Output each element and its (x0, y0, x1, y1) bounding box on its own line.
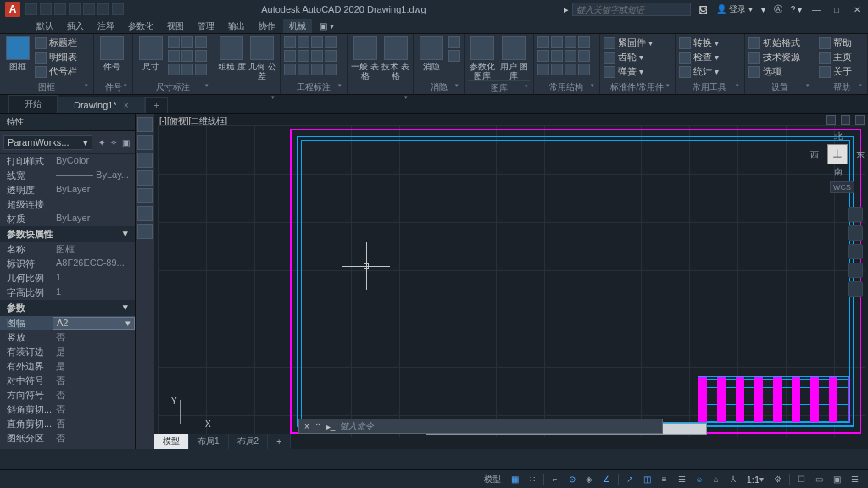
ribbon-tab[interactable]: 协作 (253, 19, 281, 33)
property-value[interactable]: 否 (53, 389, 135, 402)
palette-section[interactable]: 参数块属性▾ (0, 226, 135, 242)
property-value[interactable]: 是 (53, 360, 135, 373)
panel-label[interactable]: 标准件/常用件 (604, 80, 672, 94)
property-row[interactable]: 图纸分区否 (0, 431, 135, 446)
dim-icon[interactable] (195, 36, 207, 48)
steering-wheel-icon[interactable] (848, 207, 863, 222)
dimension-button[interactable]: 尺寸 (136, 36, 165, 80)
hide-button[interactable]: 消隐 (417, 36, 446, 80)
panel-label[interactable]: 图库 (468, 80, 530, 95)
sb-grid-icon[interactable]: ▦ (507, 473, 523, 486)
panel-label[interactable]: 常用工具 (679, 80, 741, 94)
layout-tab-2[interactable]: 布局2 (229, 434, 269, 449)
property-row[interactable]: 斜角剪切...否 (0, 402, 135, 417)
property-row[interactable]: 对中符号否 (0, 374, 135, 388)
sb-ortho-icon[interactable]: ⌐ (548, 473, 563, 486)
close-button[interactable]: ✕ (851, 3, 863, 15)
property-row[interactable]: 有外边界是 (0, 359, 135, 374)
ribbon-tab[interactable]: 管理 (192, 19, 220, 33)
struct-icon[interactable] (537, 36, 549, 48)
side-tool-icon[interactable] (137, 188, 153, 203)
property-row[interactable]: 方向符号否 (0, 388, 135, 402)
app-menu-button[interactable]: A (5, 2, 20, 17)
panel-label[interactable]: 工程标注 (284, 80, 344, 94)
dim-icon[interactable] (168, 64, 180, 75)
titlebar-tool[interactable]: 标题栏 (35, 36, 77, 49)
vp-min-icon[interactable] (826, 115, 836, 125)
dim-icon[interactable] (181, 36, 193, 48)
userlib-button[interactable]: 用户 图库 (499, 36, 528, 80)
property-value[interactable]: ———— ByLay... (53, 169, 135, 182)
sb-tpy-icon[interactable]: ☰ (674, 473, 690, 486)
viewcube-east[interactable]: 东 (856, 149, 865, 161)
sb-model-button[interactable]: 模型 (480, 473, 505, 486)
sb-qp-icon[interactable]: ⍟ (692, 473, 707, 486)
viewcube-north[interactable]: 北 (834, 130, 843, 142)
ribbon-tab[interactable]: 默认 (31, 19, 59, 33)
infocenter-icon[interactable]: ⛾ (699, 5, 708, 14)
zoom-icon[interactable] (848, 244, 863, 259)
dim-icon[interactable] (168, 50, 180, 62)
property-row[interactable]: 几何比例1 (0, 271, 135, 286)
property-value[interactable]: ByLayer (53, 213, 135, 225)
doc-tab-add[interactable]: + (145, 97, 169, 113)
struct-icon[interactable] (565, 64, 576, 75)
stat-tool[interactable]: 统计 ▾ (679, 65, 719, 78)
struct-icon[interactable] (565, 50, 576, 62)
wcs-label[interactable]: WCS (830, 181, 854, 193)
command-line[interactable]: × ⌃ ▸_ 键入命令 (298, 419, 663, 434)
dim-icon[interactable] (181, 64, 193, 75)
layout-tab-add[interactable]: + (268, 435, 291, 448)
chevron-down-icon[interactable]: ▾ (125, 318, 131, 329)
property-row[interactable]: 超级连接 (0, 197, 135, 212)
sb-dyn-icon[interactable]: ◫ (639, 473, 655, 486)
panel-label[interactable]: 帮助 (819, 80, 864, 94)
doc-tab-drawing1[interactable]: Drawing1*× (58, 97, 145, 113)
side-tool-icon[interactable] (137, 224, 153, 239)
struct-icon[interactable] (578, 50, 590, 62)
viewcube-south[interactable]: 南 (834, 166, 843, 178)
gentable-button[interactable]: 一般 表格 (351, 36, 379, 92)
property-row[interactable]: 字高比例1 (0, 286, 135, 300)
viewcube[interactable]: 北 西 东 南 上 (815, 132, 860, 176)
qat-undo-icon[interactable] (97, 3, 109, 15)
panel-label[interactable]: 常用结构 (537, 80, 596, 94)
property-value[interactable] (53, 198, 135, 211)
property-value[interactable]: A8F26ECC-89... (53, 258, 135, 270)
palette-section[interactable]: 参数▾ (0, 300, 135, 316)
sb-snap-icon[interactable]: ∷ (525, 473, 540, 486)
property-value[interactable]: 1 (53, 286, 135, 299)
layout-tab-1[interactable]: 布局1 (189, 434, 229, 449)
annot-icon[interactable] (298, 50, 309, 62)
drawing-canvas[interactable]: [-][俯视][二维线框] X Y 北 西 东 南 上 WCS (154, 114, 868, 449)
qat-new-icon[interactable] (25, 3, 37, 15)
annot-icon[interactable] (325, 64, 337, 75)
convert-tool[interactable]: 转换 ▾ (679, 36, 719, 49)
cmd-expand-icon[interactable]: ⌃ (314, 422, 321, 431)
quick-select-icon[interactable]: ✦ (96, 136, 108, 148)
sb-otrack-icon[interactable]: ↗ (622, 473, 637, 486)
panel-label[interactable] (218, 92, 276, 94)
property-row[interactable]: 直角剪切...否 (0, 417, 135, 431)
dim-icon[interactable] (195, 50, 207, 62)
struct-icon[interactable] (565, 36, 576, 48)
techres-tool[interactable]: 技术资源 (748, 51, 800, 64)
ribbon-tab[interactable]: 视图 (161, 19, 190, 33)
qat-saveas-icon[interactable] (69, 3, 81, 15)
sb-clean-icon[interactable]: ▣ (829, 473, 845, 486)
ribbon-tab-extra[interactable]: ▣ ▾ (314, 20, 340, 31)
annot-icon[interactable] (298, 64, 309, 75)
side-tool-icon[interactable] (137, 170, 153, 186)
annot-icon[interactable] (284, 36, 296, 48)
tool-icon[interactable] (448, 50, 460, 62)
annot-icon[interactable] (311, 50, 323, 62)
paramlib-button[interactable]: 参数化 图库 (468, 36, 497, 80)
orbit-icon[interactable] (848, 263, 863, 278)
property-row[interactable]: 有装订边是 (0, 345, 135, 359)
panel-label[interactable]: 设置 (748, 80, 812, 94)
ribbon-tab[interactable]: 插入 (61, 19, 90, 33)
struct-icon[interactable] (578, 64, 590, 75)
layout-tab-model[interactable]: 模型 (154, 434, 189, 449)
property-value[interactable]: 是 (53, 346, 135, 358)
app-exchange-icon[interactable]: Ⓐ (774, 3, 782, 15)
